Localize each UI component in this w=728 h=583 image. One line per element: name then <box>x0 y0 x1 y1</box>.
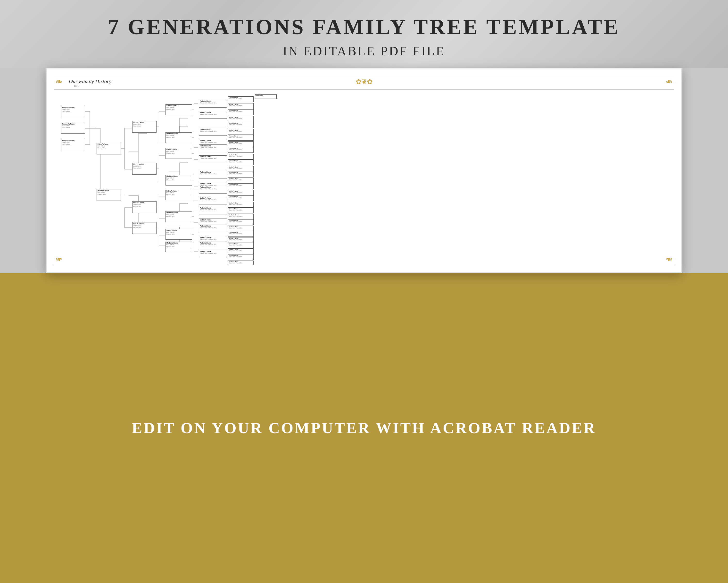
gen5-box-1a: Father's Name Date of Birth · Place of B… <box>199 128 227 136</box>
gen6-4a-f: Father's Name Date of Birth · Place of B… <box>228 196 254 201</box>
gen5-7b-info: Date of Birth · Place of Birth <box>200 253 226 254</box>
sub-title: IN EDITABLE PDF FILE <box>283 44 445 58</box>
gen4-4-pob: Place of Birth <box>166 194 191 196</box>
gen3-1-name: Mother's Name <box>133 163 156 166</box>
gen5-7b-name: Mother's Name <box>200 251 226 253</box>
gen6-6b-m: Mother's Name Date of Birth · Place of B… <box>228 260 254 265</box>
gen5-2a-info: Date of Birth · Place of Birth <box>200 147 226 149</box>
gen5-7a-name: Father's Name <box>200 242 226 244</box>
gen3-box-3: Mother's Name Date of Birth Place of Bir… <box>132 222 157 234</box>
document-inner: ❧ ❧ ❧ ❧ Our Family History Title ✿❦✿ <box>54 76 674 265</box>
gen6-5a-m: Mother's Name Date of Birth · Place of B… <box>228 226 254 231</box>
gen4-box-6: Father's Name Date of Birth Place of Bir… <box>165 229 192 240</box>
proband1-pob: Place of Birth <box>62 110 84 112</box>
gen3-2-name: Father's Name <box>133 202 156 204</box>
gen3-2-dob: Date of Birth <box>133 204 156 205</box>
tree-lines-svg <box>56 91 672 263</box>
gen5-box-2b: Mother's Name Date of Birth · Place of B… <box>199 155 227 163</box>
gen6-2bm-info: Date of Birth · Place of Birth <box>229 168 253 169</box>
gen4-0-pob: Place of Birth <box>166 109 191 110</box>
gen6-0a-f: Father's Name Date of Birth · Place of B… <box>228 96 254 102</box>
gen7-40: Mother's Name <box>255 95 277 99</box>
gen5-7a-info: Date of Birth · Place of Birth <box>200 244 226 246</box>
gen4-7-dob: Date of Birth <box>166 244 191 246</box>
gen5-3a-info: Date of Birth · Place of Birth <box>200 173 226 175</box>
gen6-0a-m: Mother's Name Date of Birth · Place of B… <box>228 103 254 109</box>
gen5-4a-name: Father's Name <box>200 186 226 188</box>
gen6-5b-f: Father's Name Date of Birth · Place of B… <box>228 231 254 237</box>
gen5-3a-name: Father's Name <box>200 171 226 173</box>
gen4-5-dob: Date of Birth <box>166 214 191 216</box>
gen4-6-pob: Place of Birth <box>166 233 191 235</box>
gen6-3b-m: Mother's Name Date of Birth · Place of B… <box>228 190 254 196</box>
gen6-4af-info: Date of Birth · Place of Birth <box>229 197 253 199</box>
gen4-4-dob: Date of Birth <box>166 192 191 194</box>
gen3-0-name: Father's Name <box>133 121 156 123</box>
gen6-4b-f: Father's Name Date of Birth · Place of B… <box>228 208 254 213</box>
gen4-2-name: Father's Name <box>166 149 191 151</box>
gen5-box-2a: Father's Name Date of Birth · Place of B… <box>199 145 227 152</box>
bottom-section: EDIT ON YOUR COMPUTER WITH ACROBAT READE… <box>0 273 728 583</box>
gen6-5b-m: Mother's Name Date of Birth · Place of B… <box>228 237 254 243</box>
gen6-3b-f: Father's Name Date of Birth · Place of B… <box>228 183 254 189</box>
gen6-2a-m: Mother's Name Date of Birth · Place of B… <box>228 154 254 159</box>
gen6-6a-m: Mother's Name Date of Birth · Place of B… <box>228 248 254 254</box>
gen2-mother: Mother's Name Date of Birth Place of Bir… <box>97 189 121 201</box>
gen6-1a-m: Mother's Name Date of Birth · Place of B… <box>228 129 254 135</box>
gen6-4bm-info: Date of Birth · Place of Birth <box>229 216 253 217</box>
gen5-4b-name: Mother's Name <box>200 197 226 199</box>
gen5-box-7b: Mother's Name Date of Birth · Place of B… <box>199 250 227 258</box>
gen6-3am-info: Date of Birth · Place of Birth <box>229 179 253 181</box>
gen4-4-name: Father's Name <box>166 190 191 192</box>
proband1-name: Proband's Name <box>62 107 84 108</box>
doc-title: Our Family History <box>69 78 111 84</box>
gen4-3-name: Mother's Name <box>166 175 191 177</box>
doc-subtitle: Title <box>74 84 111 87</box>
proband3-pob: Place of Birth <box>62 144 84 145</box>
gen6-1a-f: Father's Name Date of Birth · Place of B… <box>228 122 254 128</box>
gen6-5am-info: Date of Birth · Place of Birth <box>229 228 253 229</box>
gen3-3-pob: Place of Birth <box>133 227 156 228</box>
gen5-6a-name: Father's Name <box>200 225 226 227</box>
gen3-0-dob: Date of Birth <box>133 123 156 125</box>
gen6-2bf-info: Date of Birth · Place of Birth <box>229 161 253 163</box>
gen4-2-dob: Date of Birth <box>166 151 191 152</box>
gen6-6a-f: Father's Name Date of Birth · Place of B… <box>228 243 254 248</box>
gen6-4b-m: Mother's Name Date of Birth · Place of B… <box>228 214 254 220</box>
gen5-1b-info: Date of Birth · Place of Birth <box>200 142 226 143</box>
gen5-6b-info: Date of Birth · Place of Birth <box>200 238 226 240</box>
gen3-box-0: Father's Name Date of Birth Place of Bir… <box>132 121 157 133</box>
gen6-0b-m: Mother's Name Date of Birth · Place of B… <box>228 116 254 122</box>
gen4-box-0: Father's Name Date of Birth Place of Bir… <box>165 104 192 115</box>
gen2-father-name: Father's Name <box>98 143 120 145</box>
gen4-0-dob: Date of Birth <box>166 107 191 108</box>
gen6-3af-info: Date of Birth · Place of Birth <box>229 173 253 174</box>
gen6-2af-info: Date of Birth · Place of Birth <box>229 149 253 150</box>
gen5-box-0a: Father's Name Date of Birth · Place of B… <box>199 100 227 107</box>
gen4-1-pob: Place of Birth <box>166 137 191 138</box>
doc-header: Our Family History Title ✿❦✿ <box>54 76 674 90</box>
gen3-1-dob: Date of Birth <box>133 166 156 167</box>
gen4-0-name: Father's Name <box>166 105 191 107</box>
bracket-gen2-svg <box>96 91 152 261</box>
gen2-mother-name: Mother's Name <box>98 189 120 192</box>
gen5-box-6a: Father's Name Date of Birth · Place of B… <box>199 225 227 232</box>
gen6-6am-info: Date of Birth · Place of Birth <box>229 250 253 252</box>
gen4-box-2: Father's Name Date of Birth Place of Bir… <box>165 148 192 159</box>
document-wrapper: ❧ ❧ ❧ ❧ Our Family History Title ✿❦✿ <box>46 68 682 273</box>
proband2-name: Proband's Name <box>62 123 84 125</box>
gen3-0-pob: Place of Birth <box>133 125 156 127</box>
gen6-5af-info: Date of Birth · Place of Birth <box>229 221 253 222</box>
proband3-dob: Date of Birth <box>62 142 84 143</box>
gen6-2b-f: Father's Name Date of Birth · Place of B… <box>228 159 254 166</box>
gen5-0a-info: Date of Birth · Place of Birth <box>200 102 226 104</box>
gen4-5-name: Mother's Name <box>166 212 191 214</box>
gen6-1b-m: Mother's Name Date of Birth · Place of B… <box>228 141 254 147</box>
gen5-1a-info: Date of Birth · Place of Birth <box>200 130 226 132</box>
gen3-2-pob: Place of Birth <box>133 206 156 207</box>
gen2-father-dob: Date of Birth <box>98 145 120 147</box>
gen5-box-3a: Father's Name Date of Birth · Place of B… <box>199 171 227 178</box>
gen6-3bf-info: Date of Birth · Place of Birth <box>229 185 253 186</box>
gen6-6af-info: Date of Birth · Place of Birth <box>229 245 253 246</box>
gen5-box-7a: Father's Name Date of Birth · Place of B… <box>199 242 227 249</box>
